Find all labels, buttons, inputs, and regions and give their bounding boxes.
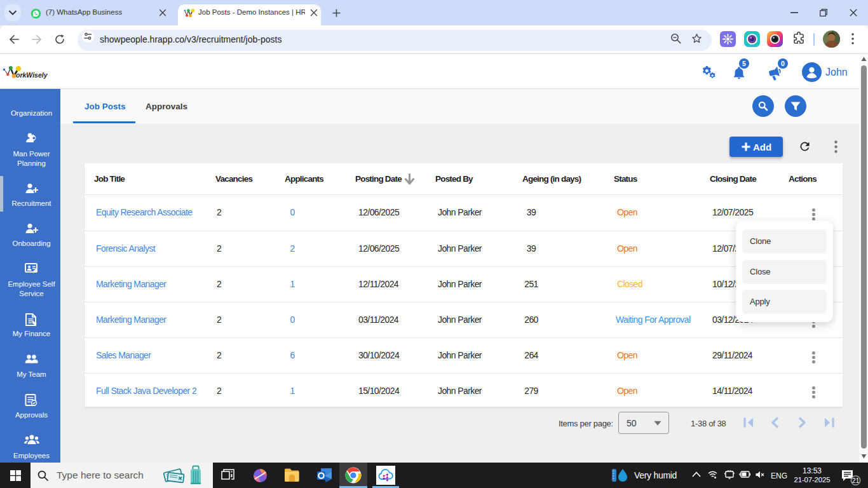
svg-text:5: 5 bbox=[742, 60, 746, 67]
svg-text:0: 0 bbox=[781, 60, 785, 67]
svg-text:21: 21 bbox=[852, 477, 860, 484]
svg-text:orkWisely: orkWisely bbox=[16, 71, 48, 79]
